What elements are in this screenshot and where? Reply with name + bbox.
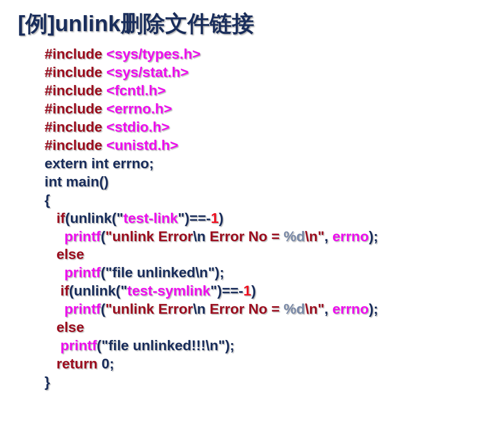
- pad: [45, 319, 57, 335]
- escape: \n": [195, 264, 215, 280]
- code-block: #include <sys/types.h> #include <sys/sta…: [45, 45, 486, 391]
- string: Error No =: [206, 301, 284, 317]
- header: <unistd.h>: [106, 137, 179, 153]
- string: "file unlinked!!!: [102, 337, 206, 353]
- text: (: [101, 301, 106, 317]
- preproc: #include: [45, 64, 106, 80]
- text: );: [225, 337, 234, 353]
- text: (: [101, 264, 106, 280]
- slide-title: [例]unlink删除文件链接: [18, 9, 486, 39]
- func: printf: [61, 337, 97, 353]
- string: "unlink Error: [106, 228, 193, 244]
- text: ;: [110, 356, 114, 372]
- code-line: #include <sys/types.h>: [45, 45, 486, 63]
- code-line: #include <sys/stat.h>: [45, 63, 486, 81]
- code-line: #include <fcntl.h>: [45, 81, 486, 100]
- code-line: {: [45, 191, 486, 209]
- pad: [45, 246, 57, 262]
- number: 0: [102, 356, 110, 372]
- code-line: #include <errno.h>: [45, 100, 486, 118]
- header: <sys/stat.h>: [106, 64, 189, 80]
- string: "file unlinked: [106, 264, 195, 280]
- code-line: printf("file unlinked\n");: [45, 263, 486, 282]
- keyword-else: else: [57, 246, 84, 262]
- header: <fcntl.h>: [106, 82, 166, 98]
- pad: [45, 228, 64, 244]
- text: ): [251, 283, 256, 299]
- text: (: [97, 337, 102, 353]
- number: 1: [211, 210, 219, 226]
- code-line: }: [45, 373, 486, 391]
- pad: [45, 301, 64, 317]
- string: "unlink Error: [106, 301, 193, 317]
- code-line: printf("unlink Error\n Error No = %d\n",…: [45, 227, 486, 246]
- preproc: #include: [45, 119, 106, 135]
- code-line: if(unlink("test-symlink")==-1): [45, 282, 486, 300]
- keyword-return: return: [57, 356, 102, 372]
- code-line: return 0;: [45, 355, 486, 373]
- keyword-if: if: [61, 283, 69, 299]
- pad: [45, 356, 57, 372]
- code-line: printf("unlink Error\n Error No = %d\n",…: [45, 300, 486, 318]
- ident: errno: [332, 301, 369, 317]
- preproc: #include: [45, 82, 106, 98]
- text: );: [369, 301, 378, 317]
- slide: [例]unlink删除文件链接 #include <sys/types.h> #…: [0, 0, 504, 445]
- preproc: #include: [45, 101, 106, 117]
- format: %d: [284, 228, 305, 244]
- text: ")==-: [211, 283, 244, 299]
- string: test-link: [123, 210, 178, 226]
- pad: [45, 337, 61, 353]
- text: );: [215, 264, 224, 280]
- code-line: #include <unistd.h>: [45, 136, 486, 154]
- code-line: int main(): [45, 173, 486, 191]
- keyword-if: if: [57, 210, 65, 226]
- string: Error No =: [206, 228, 284, 244]
- escape: \n: [193, 228, 205, 244]
- code-line: extern int errno;: [45, 154, 486, 173]
- header: <errno.h>: [106, 101, 172, 117]
- escape: \n": [206, 337, 225, 353]
- text: ")==-: [178, 210, 211, 226]
- code-line: #include <stdio.h>: [45, 118, 486, 136]
- func: printf: [64, 264, 101, 280]
- pad: [45, 283, 61, 299]
- header: <stdio.h>: [106, 119, 170, 135]
- text: ,: [325, 228, 333, 244]
- pad: [45, 264, 64, 280]
- code-line: else: [45, 245, 486, 263]
- text: (unlink(": [69, 283, 127, 299]
- keyword-else: else: [57, 319, 84, 335]
- preproc: #include: [45, 46, 106, 62]
- number: 1: [243, 283, 251, 299]
- ident: errno: [332, 228, 369, 244]
- escape: \n: [193, 301, 205, 317]
- code-line: printf("file unlinked!!!\n");: [45, 336, 486, 355]
- code-line: else: [45, 318, 486, 336]
- text: (unlink(": [65, 210, 123, 226]
- preproc: #include: [45, 137, 106, 153]
- header: <sys/types.h>: [106, 46, 201, 62]
- text: ,: [325, 301, 333, 317]
- string: \n": [305, 301, 325, 317]
- func: printf: [64, 301, 101, 317]
- string: \n": [305, 228, 325, 244]
- format: %d: [284, 301, 305, 317]
- string: test-symlink: [127, 283, 211, 299]
- func: printf: [64, 228, 101, 244]
- text: ): [219, 210, 224, 226]
- pad: [45, 210, 57, 226]
- text: (: [101, 228, 106, 244]
- code-line: if(unlink("test-link")==-1): [45, 209, 486, 227]
- text: );: [369, 228, 378, 244]
